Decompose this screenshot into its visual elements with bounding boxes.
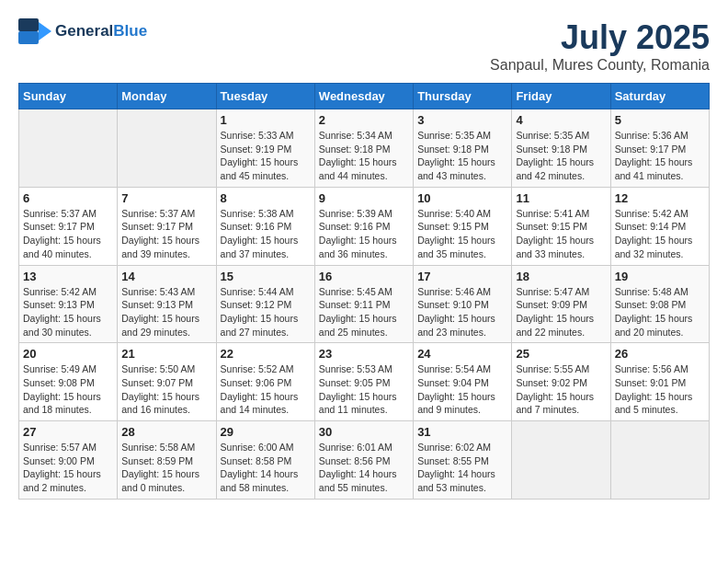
calendar-cell (610, 421, 709, 500)
day-number: 13 (23, 270, 113, 283)
calendar-header-row: SundayMondayTuesdayWednesdayThursdayFrid… (19, 84, 710, 109)
calendar-cell: 27Sunrise: 5:57 AMSunset: 9:00 PMDayligh… (19, 421, 118, 500)
calendar-weekday-tuesday: Tuesday (216, 84, 314, 109)
calendar-cell: 8Sunrise: 5:38 AMSunset: 9:16 PMDaylight… (216, 187, 314, 265)
calendar-weekday-saturday: Saturday (610, 84, 709, 109)
day-number: 23 (319, 347, 409, 361)
calendar-weekday-sunday: Sunday (19, 84, 118, 109)
day-detail: Sunrise: 5:40 AMSunset: 9:15 PMDaylight:… (417, 207, 507, 261)
day-number: 10 (417, 191, 507, 205)
calendar-cell (512, 421, 610, 500)
day-number: 25 (516, 347, 606, 361)
day-number: 20 (23, 347, 113, 361)
day-number: 1 (221, 113, 311, 127)
calendar-cell: 20Sunrise: 5:49 AMSunset: 9:08 PMDayligh… (19, 343, 118, 421)
calendar-cell: 15Sunrise: 5:44 AMSunset: 9:12 PMDayligh… (216, 265, 314, 343)
day-detail: Sunrise: 5:50 AMSunset: 9:07 PMDaylight:… (121, 362, 211, 417)
day-number: 22 (221, 347, 311, 361)
calendar-cell: 14Sunrise: 5:43 AMSunset: 9:13 PMDayligh… (118, 265, 216, 343)
day-detail: Sunrise: 6:02 AMSunset: 8:55 PMDaylight:… (417, 441, 507, 495)
calendar-cell: 19Sunrise: 5:48 AMSunset: 9:08 PMDayligh… (610, 265, 709, 343)
day-number: 14 (121, 270, 211, 283)
calendar-cell: 11Sunrise: 5:41 AMSunset: 9:15 PMDayligh… (512, 187, 610, 265)
day-number: 4 (516, 113, 606, 127)
calendar-cell: 29Sunrise: 6:00 AMSunset: 8:58 PMDayligh… (216, 421, 314, 500)
svg-marker-2 (39, 22, 51, 40)
day-number: 7 (121, 191, 211, 205)
day-detail: Sunrise: 5:52 AMSunset: 9:06 PMDaylight:… (221, 362, 311, 417)
calendar-weekday-wednesday: Wednesday (314, 84, 413, 109)
day-detail: Sunrise: 5:33 AMSunset: 9:19 PMDaylight:… (221, 129, 311, 183)
calendar-week-row: 6Sunrise: 5:37 AMSunset: 9:17 PMDaylight… (19, 187, 710, 265)
day-number: 6 (23, 191, 113, 205)
calendar-cell: 25Sunrise: 5:55 AMSunset: 9:02 PMDayligh… (512, 343, 610, 421)
calendar-cell: 9Sunrise: 5:39 AMSunset: 9:16 PMDaylight… (314, 187, 413, 265)
day-number: 17 (417, 270, 507, 283)
day-number: 21 (121, 347, 211, 361)
day-number: 19 (615, 270, 705, 283)
day-detail: Sunrise: 6:00 AMSunset: 8:58 PMDaylight:… (221, 441, 311, 495)
calendar-cell (118, 109, 216, 188)
page-header: GeneralBlue July 2025 Sanpaul, Mures Cou… (18, 18, 710, 74)
day-detail: Sunrise: 6:01 AMSunset: 8:56 PMDaylight:… (319, 441, 409, 495)
day-number: 26 (615, 347, 705, 361)
day-number: 2 (319, 113, 409, 127)
day-detail: Sunrise: 5:34 AMSunset: 9:18 PMDaylight:… (319, 129, 409, 183)
calendar-cell: 21Sunrise: 5:50 AMSunset: 9:07 PMDayligh… (118, 343, 216, 421)
day-number: 12 (615, 191, 705, 205)
calendar-cell: 17Sunrise: 5:46 AMSunset: 9:10 PMDayligh… (414, 265, 512, 343)
day-number: 15 (221, 270, 311, 283)
day-detail: Sunrise: 5:39 AMSunset: 9:16 PMDaylight:… (319, 207, 409, 261)
day-detail: Sunrise: 5:48 AMSunset: 9:08 PMDaylight:… (615, 285, 705, 339)
calendar-cell: 18Sunrise: 5:47 AMSunset: 9:09 PMDayligh… (512, 265, 610, 343)
day-detail: Sunrise: 5:42 AMSunset: 9:13 PMDaylight:… (23, 285, 113, 339)
day-detail: Sunrise: 5:49 AMSunset: 9:08 PMDaylight:… (23, 362, 113, 417)
calendar-cell: 5Sunrise: 5:36 AMSunset: 9:17 PMDaylight… (610, 109, 709, 188)
logo-icon (18, 18, 51, 44)
day-detail: Sunrise: 5:37 AMSunset: 9:17 PMDaylight:… (23, 207, 113, 261)
calendar-cell: 13Sunrise: 5:42 AMSunset: 9:13 PMDayligh… (19, 265, 118, 343)
day-detail: Sunrise: 5:41 AMSunset: 9:15 PMDaylight:… (516, 207, 606, 261)
day-number: 16 (319, 270, 409, 283)
calendar-title: July 2025 (490, 18, 710, 57)
day-number: 30 (319, 425, 409, 439)
day-detail: Sunrise: 5:53 AMSunset: 9:05 PMDaylight:… (319, 362, 409, 417)
logo: GeneralBlue (18, 18, 147, 44)
calendar-cell: 23Sunrise: 5:53 AMSunset: 9:05 PMDayligh… (314, 343, 413, 421)
day-number: 31 (417, 425, 507, 439)
day-number: 18 (516, 270, 606, 283)
day-number: 9 (319, 191, 409, 205)
day-number: 29 (221, 425, 311, 439)
day-detail: Sunrise: 5:37 AMSunset: 9:17 PMDaylight:… (121, 207, 211, 261)
day-detail: Sunrise: 5:56 AMSunset: 9:01 PMDaylight:… (615, 362, 705, 417)
calendar-cell: 3Sunrise: 5:35 AMSunset: 9:18 PMDaylight… (414, 109, 512, 188)
day-detail: Sunrise: 5:43 AMSunset: 9:13 PMDaylight:… (121, 285, 211, 339)
calendar-cell: 26Sunrise: 5:56 AMSunset: 9:01 PMDayligh… (610, 343, 709, 421)
calendar-week-row: 27Sunrise: 5:57 AMSunset: 9:00 PMDayligh… (19, 421, 710, 500)
calendar-cell: 2Sunrise: 5:34 AMSunset: 9:18 PMDaylight… (314, 109, 413, 188)
day-detail: Sunrise: 5:55 AMSunset: 9:02 PMDaylight:… (516, 362, 606, 417)
logo-blue-text: Blue (113, 22, 147, 40)
calendar-weekday-monday: Monday (118, 84, 216, 109)
calendar-weekday-friday: Friday (512, 84, 610, 109)
svg-rect-0 (18, 18, 39, 31)
calendar-cell: 1Sunrise: 5:33 AMSunset: 9:19 PMDaylight… (216, 109, 314, 188)
calendar-cell (19, 109, 118, 188)
calendar-cell: 28Sunrise: 5:58 AMSunset: 8:59 PMDayligh… (118, 421, 216, 500)
calendar-cell: 22Sunrise: 5:52 AMSunset: 9:06 PMDayligh… (216, 343, 314, 421)
day-detail: Sunrise: 5:54 AMSunset: 9:04 PMDaylight:… (417, 362, 507, 417)
title-section: July 2025 Sanpaul, Mures County, Romania (490, 18, 710, 74)
day-number: 3 (417, 113, 507, 127)
day-detail: Sunrise: 5:35 AMSunset: 9:18 PMDaylight:… (417, 129, 507, 183)
svg-rect-1 (18, 31, 39, 44)
calendar-cell: 4Sunrise: 5:35 AMSunset: 9:18 PMDaylight… (512, 109, 610, 188)
day-detail: Sunrise: 5:35 AMSunset: 9:18 PMDaylight:… (516, 129, 606, 183)
calendar-cell: 30Sunrise: 6:01 AMSunset: 8:56 PMDayligh… (314, 421, 413, 500)
day-detail: Sunrise: 5:58 AMSunset: 8:59 PMDaylight:… (121, 441, 211, 495)
day-number: 24 (417, 347, 507, 361)
day-number: 5 (615, 113, 705, 127)
calendar-cell: 16Sunrise: 5:45 AMSunset: 9:11 PMDayligh… (314, 265, 413, 343)
calendar-cell: 24Sunrise: 5:54 AMSunset: 9:04 PMDayligh… (414, 343, 512, 421)
day-detail: Sunrise: 5:38 AMSunset: 9:16 PMDaylight:… (221, 207, 311, 261)
calendar-week-row: 1Sunrise: 5:33 AMSunset: 9:19 PMDaylight… (19, 109, 710, 188)
